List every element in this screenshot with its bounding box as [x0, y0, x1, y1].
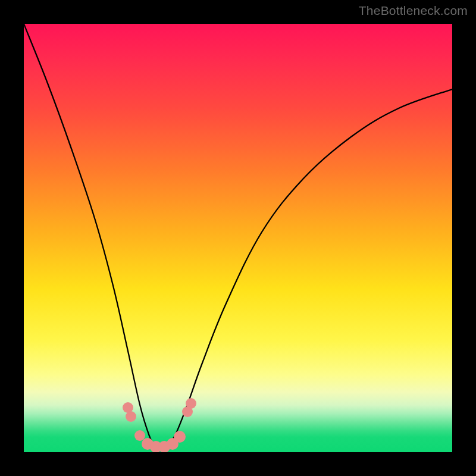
curve-markers [123, 398, 196, 452]
bottleneck-curve [24, 24, 452, 449]
watermark-text: TheBottleneck.com [359, 4, 468, 18]
curve-svg [24, 24, 452, 452]
plot-area [24, 24, 452, 452]
curve-marker [186, 398, 196, 409]
curve-marker [134, 430, 145, 441]
curve-marker [174, 431, 186, 443]
outer-frame: TheBottleneck.com [0, 0, 476, 476]
curve-marker [126, 411, 136, 422]
